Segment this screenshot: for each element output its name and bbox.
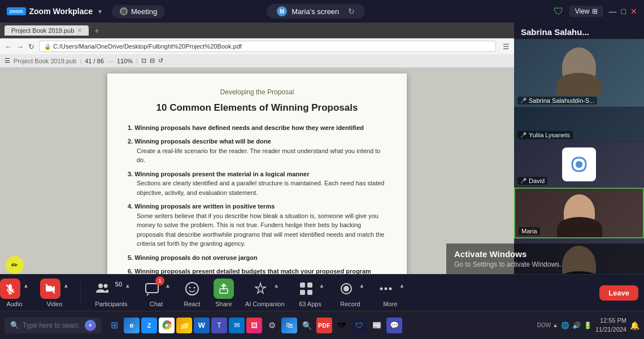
- svg-rect-14: [307, 282, 312, 288]
- search-bar[interactable]: 🔍 ✦: [5, 318, 102, 333]
- participants-count: 50: [115, 281, 122, 288]
- taskbar-icon-chat-ms[interactable]: 💬: [386, 318, 402, 333]
- video-icon-wrap: ▲: [40, 279, 69, 299]
- record-chevron-icon[interactable]: ▲: [359, 282, 365, 289]
- meeting-pill[interactable]: 🎥 Meeting: [112, 5, 165, 18]
- view-grid-icon: ⊞: [592, 7, 598, 15]
- more-icon-wrap: ▲: [376, 279, 404, 299]
- face-silhouette-maria: [564, 194, 595, 231]
- rotate-icon[interactable]: ↺: [158, 57, 163, 64]
- taskbar-icon-pdf[interactable]: PDF: [316, 318, 332, 333]
- nav-back-button[interactable]: ←: [5, 42, 12, 51]
- svg-point-6: [98, 284, 103, 288]
- participants-label: Participants: [95, 301, 127, 307]
- top-bar: zoom Zoom Workplace ▼ 🎥 Meeting M Maria'…: [0, 0, 644, 23]
- lock-icon: 🔒: [44, 44, 51, 50]
- taskbar-icon-photos[interactable]: 🖼: [246, 318, 262, 333]
- ai-companion-chevron-icon[interactable]: ▲: [273, 282, 279, 289]
- participant-card-david: 🎤 David: [514, 142, 644, 188]
- pdf-item-3-body: Sections are clearly identified and a pa…: [137, 179, 386, 197]
- toolbar-item-record[interactable]: ▲ Record: [336, 279, 365, 307]
- taskbar-icon-security[interactable]: 🛡: [351, 318, 367, 333]
- nav-menu-button[interactable]: ☰: [503, 42, 510, 51]
- new-tab-button[interactable]: +: [92, 26, 101, 35]
- taskbar-icon-edge[interactable]: e: [124, 318, 140, 333]
- pdf-item-4-body: Some writers believe that if you describ…: [137, 211, 386, 249]
- taskbar-icon-settings[interactable]: ⚙: [264, 318, 280, 333]
- notification-icon[interactable]: 🔔: [630, 321, 639, 330]
- toolbar-item-leave[interactable]: Leave: [599, 285, 638, 301]
- participant-card-sabrina: Sabrina Salahu... 🎤 Sabrina Salahuddin-S…: [514, 23, 644, 107]
- react-label: React: [184, 301, 201, 307]
- pdf-item-2-body: Create a real-life scenario for the read…: [137, 146, 386, 165]
- taskbar-icon-zoom[interactable]: Z: [141, 318, 157, 333]
- react-icon-wrap: [182, 279, 202, 299]
- pdf-item-2-title: 2. Winning proposals describe what will …: [128, 137, 386, 146]
- toolbar-item-participants[interactable]: 50 ▲ Participants: [92, 279, 130, 307]
- audio-label: Audio: [6, 301, 22, 307]
- view-button[interactable]: View ⊞: [569, 6, 603, 17]
- svg-point-10: [189, 286, 190, 288]
- address-bar[interactable]: 🔒 C:/Users/Maria/OneDrive/Desktop/Fulbri…: [39, 41, 496, 52]
- face-silhouette-sabrina: [562, 47, 596, 87]
- toolbar-menu: ☰: [5, 57, 10, 64]
- pdf-main-title: 10 Common Elements of Winning Proposals: [128, 101, 386, 115]
- maximize-button[interactable]: □: [621, 7, 626, 16]
- taskbar-icon-windows[interactable]: ⊞: [106, 318, 122, 333]
- taskbar-icon-search-2[interactable]: 🔍: [299, 318, 315, 333]
- video-chevron-icon[interactable]: ▲: [63, 282, 69, 289]
- workplace-dropdown-arrow[interactable]: ▼: [97, 8, 103, 15]
- toolbar-item-video[interactable]: ▲ Video: [40, 279, 69, 307]
- taskbar-icon-chrome[interactable]: [159, 318, 175, 333]
- tray-network-icon[interactable]: 🌐: [561, 321, 569, 329]
- toolbar-item-ai-companion[interactable]: ▲ AI Companion: [245, 279, 285, 307]
- toolbar-item-audio[interactable]: ▲ Audio: [0, 279, 29, 307]
- tab-label: Project Book 2019.pub: [11, 27, 74, 34]
- cortana-button[interactable]: ✦: [85, 320, 96, 331]
- taskbar-icon-mail[interactable]: ✉: [229, 318, 245, 333]
- nav-forward-button[interactable]: →: [16, 42, 24, 51]
- mic-muted-icon: 🎤: [520, 98, 526, 103]
- toolbar-item-chat[interactable]: 1 ▲ Chat: [142, 279, 171, 307]
- tab-close-icon[interactable]: ✕: [77, 27, 82, 33]
- audio-icon: [0, 279, 20, 299]
- toolbar-item-react[interactable]: React: [182, 279, 202, 307]
- browser-nav-bar: ← → ↻ 🔒 C:/Users/Maria/OneDrive/Desktop/…: [0, 38, 514, 54]
- zoom-level: 110%: [117, 58, 133, 64]
- participant-label-maria: Maria: [519, 227, 540, 235]
- chat-icon-wrap: 1 ▲: [142, 279, 171, 299]
- taskbar-icon-word[interactable]: W: [194, 318, 210, 333]
- annotation-pencil-button[interactable]: ✏: [6, 256, 24, 274]
- taskbar-icon-maps[interactable]: 🗺: [334, 318, 350, 333]
- taskbar-icon-teams[interactable]: T: [211, 318, 227, 333]
- taskbar-icon-explorer[interactable]: 📁: [176, 318, 192, 333]
- audio-icon-wrap: ▲: [0, 279, 29, 299]
- tray-battery-icon[interactable]: 🔋: [584, 321, 592, 329]
- more-chevron-icon[interactable]: ▲: [399, 282, 404, 289]
- tray-volume-icon[interactable]: 🔊: [572, 321, 581, 329]
- pdf-item-5-title: 5. Winning proposals do not overuse jarg…: [128, 253, 386, 263]
- taskbar-icon-widgets[interactable]: 📰: [369, 318, 385, 333]
- chat-chevron-icon[interactable]: ▲: [165, 282, 171, 289]
- video-icon: [40, 279, 60, 299]
- fit-width-icon[interactable]: ⊟: [150, 57, 155, 64]
- pdf-section-title: Developing the Proposal: [128, 87, 386, 97]
- audio-chevron-icon[interactable]: ▲: [23, 282, 29, 289]
- participants-chevron-icon[interactable]: ▲: [125, 282, 130, 289]
- nav-reload-button[interactable]: ↻: [28, 42, 34, 51]
- toolbar-item-apps[interactable]: ▲ 63 Apps: [296, 279, 325, 307]
- leave-button[interactable]: Leave: [599, 285, 638, 301]
- toolbar-item-share[interactable]: Share: [214, 279, 234, 307]
- apps-chevron-icon[interactable]: ▲: [319, 282, 325, 289]
- minimize-button[interactable]: —: [609, 7, 617, 16]
- clock-time: 12:55 PM: [595, 316, 626, 325]
- fit-icon[interactable]: ⊡: [141, 57, 146, 64]
- taskbar-search-input[interactable]: [23, 321, 79, 329]
- active-browser-tab[interactable]: Project Book 2019.pub ✕: [5, 25, 89, 36]
- participant-card-maria: Maria: [514, 188, 644, 239]
- close-button[interactable]: ✕: [630, 7, 637, 16]
- taskbar-icon-store[interactable]: 🛍: [281, 318, 297, 333]
- toolbar-item-more[interactable]: ▲ More: [376, 279, 404, 307]
- meeting-icon: 🎥: [120, 7, 128, 15]
- zoom-bottom-toolbar: ▲ Audio ▲ Video: [0, 274, 644, 311]
